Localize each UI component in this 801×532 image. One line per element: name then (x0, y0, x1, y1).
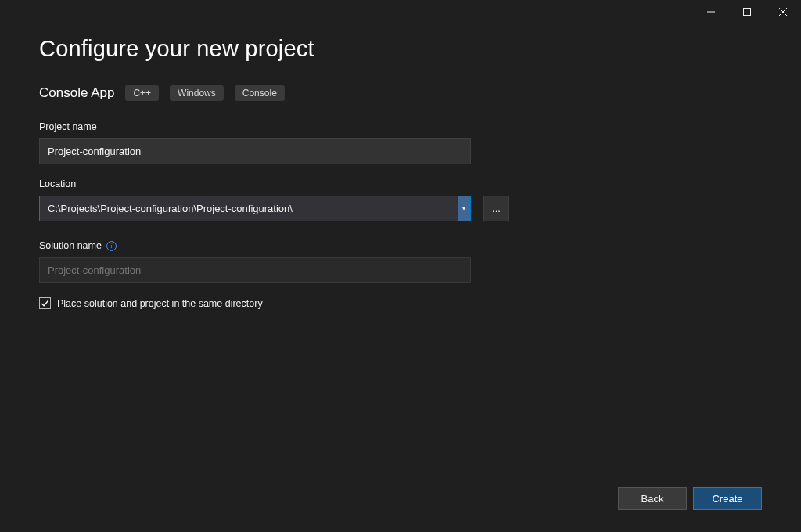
same-directory-checkbox[interactable] (39, 297, 51, 309)
minimize-button[interactable] (693, 0, 729, 23)
svg-rect-1 (744, 9, 751, 16)
solution-name-input (39, 257, 471, 283)
browse-button[interactable]: ... (483, 196, 509, 221)
solution-name-label: Solution name (39, 240, 102, 251)
titlebar (693, 0, 801, 23)
chevron-down-icon: ▾ (462, 205, 465, 212)
location-dropdown-button[interactable]: ▾ (458, 196, 470, 221)
template-tag: Windows (170, 85, 224, 101)
project-name-label: Project name (39, 121, 762, 132)
maximize-button[interactable] (729, 0, 765, 23)
project-name-input[interactable] (39, 138, 471, 164)
info-icon[interactable]: i (106, 241, 117, 251)
template-name: Console App (39, 85, 114, 101)
create-button[interactable]: Create (693, 487, 762, 510)
location-combobox[interactable]: ▾ (39, 196, 471, 221)
same-directory-label: Place solution and project in the same d… (57, 298, 263, 309)
close-button[interactable] (765, 0, 801, 23)
location-label: Location (39, 178, 762, 189)
back-button[interactable]: Back (618, 487, 687, 510)
location-input[interactable] (40, 196, 458, 221)
template-tag: Console (235, 85, 285, 101)
page-title: Configure your new project (39, 36, 762, 62)
template-tag: C++ (125, 85, 159, 101)
template-row: Console App C++ Windows Console (39, 85, 762, 101)
